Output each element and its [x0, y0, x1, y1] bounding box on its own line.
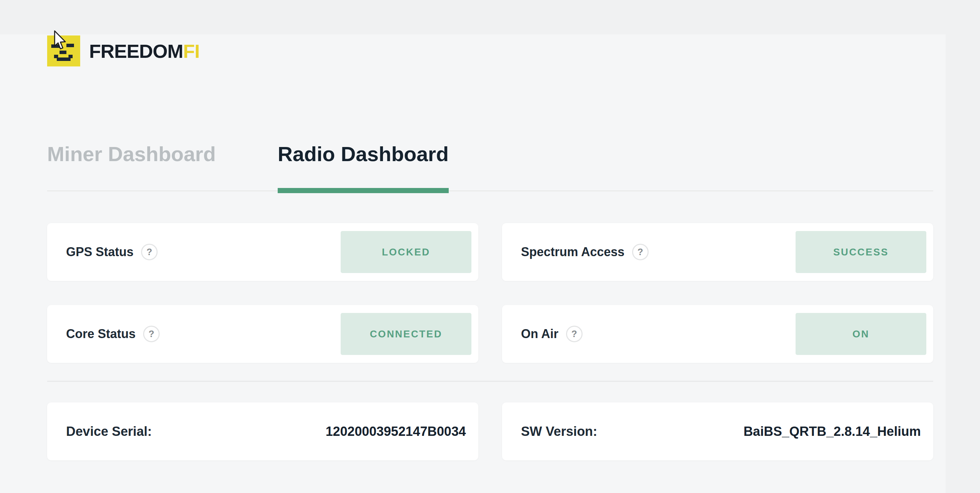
tab-radio-dashboard-label: Radio Dashboard: [278, 142, 449, 166]
gps-status-help-icon[interactable]: ?: [141, 244, 158, 260]
dashboard-tabbar: Miner Dashboard Radio Dashboard: [47, 143, 933, 191]
core-status-help-icon[interactable]: ?: [143, 325, 160, 342]
tab-radio-dashboard[interactable]: Radio Dashboard: [278, 143, 449, 190]
gps-status-label: GPS Status: [66, 245, 134, 259]
core-status-badge: CONNECTED: [340, 313, 471, 355]
spectrum-access-label: Spectrum Access: [521, 245, 625, 259]
on-air-card: On Air ? ON: [502, 305, 933, 363]
device-serial-label: Device Serial:: [66, 424, 152, 439]
info-cards-grid: Device Serial: 12020003952147B0034 SW Ve…: [47, 402, 933, 460]
tab-miner-dashboard[interactable]: Miner Dashboard: [47, 143, 216, 190]
brand-wordmark-primary: FREEDOM: [89, 40, 183, 62]
on-air-help-icon[interactable]: ?: [566, 325, 582, 342]
on-air-label: On Air: [521, 327, 558, 341]
sw-version-card: SW Version: BaiBS_QRTB_2.8.14_Helium: [502, 402, 933, 460]
mouse-cursor-icon: [53, 30, 68, 53]
spectrum-access-card: Spectrum Access ? SUCCESS: [502, 223, 933, 281]
gps-status-badge: LOCKED: [340, 231, 471, 273]
gps-status-card: GPS Status ? LOCKED: [47, 223, 478, 281]
spectrum-access-badge: SUCCESS: [795, 231, 926, 273]
spectrum-access-help-icon[interactable]: ?: [632, 244, 649, 260]
device-serial-card: Device Serial: 12020003952147B0034: [47, 402, 478, 460]
brand-wordmark: FREEDOMFI: [89, 40, 200, 62]
active-tab-underline: [278, 188, 449, 193]
device-serial-value: 12020003952147B0034: [326, 424, 466, 439]
core-status-card: Core Status ? CONNECTED: [47, 305, 478, 363]
status-cards-grid: GPS Status ? LOCKED Spectrum Access ? SU…: [47, 223, 933, 363]
main-content: FREEDOMFI Miner Dashboard Radio Dashboar…: [47, 0, 933, 460]
sw-version-label: SW Version:: [521, 424, 597, 439]
core-status-label: Core Status: [66, 327, 135, 341]
section-divider: [47, 381, 933, 382]
brand-logo[interactable]: FREEDOMFI: [47, 35, 933, 67]
sw-version-value: BaiBS_QRTB_2.8.14_Helium: [744, 424, 921, 439]
brand-wordmark-accent: FI: [183, 40, 200, 62]
on-air-badge: ON: [795, 313, 926, 355]
